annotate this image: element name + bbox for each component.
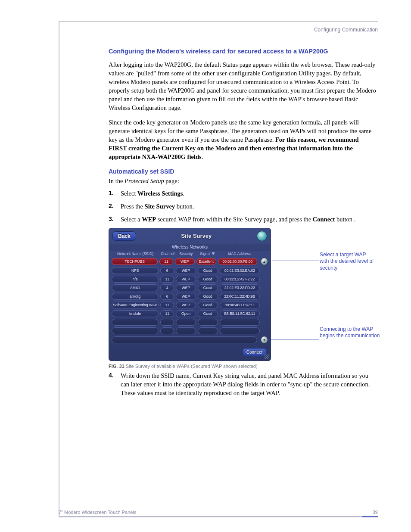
- intro-pre: In the: [109, 177, 125, 184]
- callout-line-2: [268, 339, 319, 339]
- table-row[interactable]: amxitg6WEPGood22:0C:11:22:4D:9B: [109, 292, 271, 301]
- panel-titlebar: Back Site Survey: [109, 228, 271, 244]
- table-body: TECHPUBS11WEPExcellent00:02:00:00:FB:00▴…: [109, 257, 271, 318]
- intro-line: In the Protected Setup page:: [109, 177, 378, 185]
- step-3-number: 3.: [109, 215, 114, 223]
- cell: n/a: [112, 276, 159, 283]
- step-1-text-c: .: [183, 190, 184, 197]
- activity-spinner-icon: [257, 231, 267, 241]
- step-2-text-c: button.: [175, 203, 194, 210]
- cell: Good: [198, 284, 218, 291]
- scroll-down-button[interactable]: ▾: [261, 336, 268, 344]
- step-4-text: Write down the SSID name, Current Key st…: [121, 372, 370, 396]
- figure-area: Back Site Survey Wireless Networks Netwo…: [109, 228, 378, 361]
- figure-31: Back Site Survey Wireless Networks Netwo…: [109, 228, 378, 369]
- callout-connect: Connecting to the WAP begins the communi…: [320, 326, 380, 339]
- heading-1: Configuring the Modero's wireless card f…: [109, 47, 378, 56]
- cell: Software Engineering WAP: [112, 302, 159, 308]
- table-row[interactable]: n/a11WEPGood00:22:E2:42:F2:22: [109, 275, 271, 283]
- cell: Good: [198, 293, 218, 300]
- cell: WEP: [176, 276, 196, 283]
- cell: B8:B8:11:5C:62:11: [220, 310, 260, 317]
- cell: WEP: [176, 302, 196, 308]
- footer-rule: [59, 516, 378, 517]
- step-3-bold-1: WEP: [142, 216, 156, 223]
- sort-desc-icon: [212, 252, 215, 255]
- running-header: Configuring Communication: [314, 27, 378, 33]
- col-signal-header[interactable]: Signal: [198, 252, 218, 256]
- step-3-text-e: button .: [335, 216, 355, 223]
- back-button[interactable]: Back: [112, 231, 136, 241]
- cell: 00:22:E2:42:F2:22: [220, 276, 260, 283]
- cell: WEP: [176, 267, 196, 274]
- cell: Good: [198, 302, 218, 308]
- p2-tail: .: [202, 153, 203, 160]
- step-4-number: 4.: [109, 371, 114, 380]
- step-1-bold: Wireless Settings: [137, 190, 183, 197]
- panel-title: Site Survey: [136, 233, 257, 239]
- cell: 11: [159, 258, 173, 265]
- step-3: 3. Select a WEP secured WAP from within …: [109, 215, 378, 224]
- intro-post: page:: [164, 177, 179, 184]
- col-mac-header: MAC Address: [219, 252, 260, 256]
- col-ssid-header: Network Name (SSID): [112, 252, 159, 256]
- panel-subtitle: Wireless Networks: [109, 244, 271, 251]
- panel-bottom: Connect: [109, 345, 271, 361]
- cell: TECHPUBS: [112, 258, 158, 265]
- resize-grip-icon[interactable]: [264, 354, 269, 359]
- step-3-text-c: secured WAP from within the Site Survey …: [156, 216, 313, 223]
- cell: 11: [160, 276, 174, 283]
- step-3-bold-2: Connect: [313, 216, 335, 223]
- step-2-text-a: Press the: [121, 203, 145, 210]
- cell: WEP: [175, 258, 195, 265]
- cell: Good: [198, 267, 218, 274]
- step-1-number: 1.: [109, 189, 114, 197]
- step-2-bold: Site Survey: [145, 203, 175, 210]
- intro-italic: Protected Setup: [125, 177, 164, 184]
- table-row[interactable]: Software Engineering WAP11WEPGoodB8:90:4…: [109, 301, 271, 309]
- header-rule: [59, 22, 378, 22]
- cell: B8:90:4B:11:67:11: [220, 302, 260, 308]
- figure-caption: FIG. 31 Site Survey of available WAPs (S…: [109, 364, 378, 369]
- cell: 6: [160, 267, 174, 274]
- cell: 4: [160, 284, 174, 291]
- steps-list-continued: 4. Write down the SSID name, Current Key…: [109, 371, 378, 397]
- cell: Good: [198, 276, 218, 283]
- cell: 11: [160, 302, 174, 308]
- cell: 00:02:E3:02:EA:02: [220, 267, 260, 274]
- step-2: 2. Press the Site Survey button.: [109, 202, 378, 211]
- cell: 22:02:E3:22:FD:22: [220, 284, 260, 291]
- main-content: Configuring the Modero's wireless card f…: [109, 47, 378, 401]
- table-row[interactable]: tmobile11OpenGoodB8:B8:11:5C:62:11: [109, 309, 271, 318]
- chevron-up-icon: ▴: [263, 259, 265, 264]
- step-1: 1. Select Wireless Settings.: [109, 189, 378, 198]
- figure-caption-text: Site Survey of available WAPs (Secured W…: [125, 364, 258, 369]
- connect-button[interactable]: Connect: [243, 348, 266, 356]
- col-channel-header: Channel: [161, 252, 174, 256]
- paragraph-2: Since the code key generator on Modero p…: [109, 118, 378, 161]
- table-header-row: Network Name (SSID) Channel Security Sig…: [109, 251, 271, 257]
- left-margin-bar: [59, 22, 59, 517]
- paragraph-1: After logging into the WAP200G, the defa…: [109, 60, 378, 112]
- cell: 22:0C:11:22:4D:9B: [220, 293, 260, 300]
- callout-select-wap: Select a target WAP with the desired lev…: [320, 252, 376, 272]
- cell: amxitg: [112, 293, 159, 300]
- table-row[interactable]: AMX14WEPGood22:02:E3:22:FD:22: [109, 283, 271, 292]
- cell: 6: [160, 293, 174, 300]
- col-security-header: Security: [176, 252, 196, 256]
- table-row[interactable]: TECHPUBS11WEPExcellent00:02:00:00:FB:00▴: [109, 257, 271, 266]
- table-row[interactable]: NPS6WEPGood00:02:E3:02:EA:02: [109, 266, 271, 275]
- cell: WEP: [176, 293, 196, 300]
- scroll-up-button[interactable]: ▴: [261, 258, 268, 265]
- heading-2: Automatically set SSID: [109, 168, 378, 175]
- cell: Excellent: [196, 258, 216, 265]
- step-2-number: 2.: [109, 202, 114, 210]
- step-1-text-a: Select: [121, 190, 137, 197]
- callout-line-1: [272, 261, 319, 261]
- cell: tmobile: [112, 310, 159, 317]
- cell: Open: [176, 310, 196, 317]
- cell: AMX1: [112, 284, 159, 291]
- cell: NPS: [112, 267, 159, 274]
- step-3-text-a: Select a: [121, 216, 142, 223]
- cell: WEP: [176, 284, 196, 291]
